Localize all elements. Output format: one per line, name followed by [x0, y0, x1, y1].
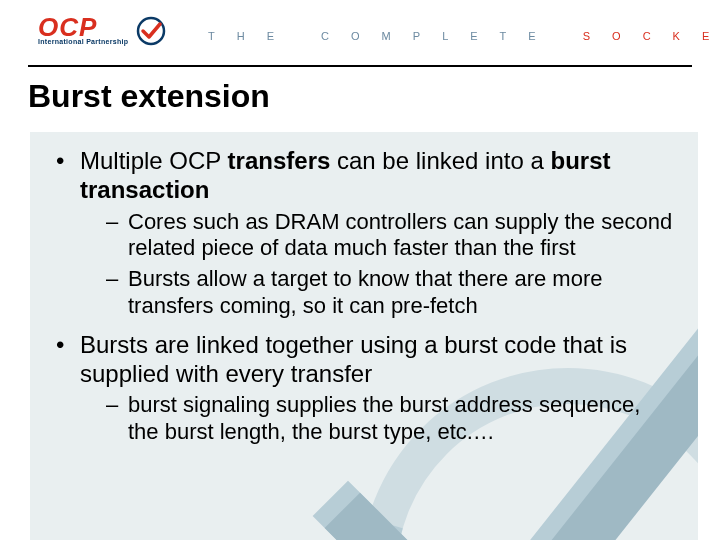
- text: Multiple OCP: [80, 147, 228, 174]
- logo-text: OCP: [38, 14, 128, 40]
- sub-bullet-list: Cores such as DRAM controllers can suppl…: [80, 209, 674, 320]
- slide-title: Burst extension: [28, 78, 270, 115]
- bullet-list: Multiple OCP transfers can be linked int…: [30, 132, 698, 446]
- logo-mark-icon: [136, 16, 166, 46]
- header-rule: [28, 65, 692, 67]
- logo-subtitle: International Partnership: [38, 38, 128, 45]
- sub-bullet: burst signaling supplies the burst addre…: [106, 392, 674, 446]
- tagline: THE COMPLETE SOCKET: [208, 30, 720, 42]
- bullet-1: Multiple OCP transfers can be linked int…: [56, 146, 674, 320]
- slide-body: Multiple OCP transfers can be linked int…: [30, 132, 698, 540]
- logo: OCP International Partnership: [38, 14, 166, 46]
- bullet-2: Bursts are linked together using a burst…: [56, 330, 674, 446]
- sub-bullet-list: burst signaling supplies the burst addre…: [80, 392, 674, 446]
- text: can be linked into a: [330, 147, 550, 174]
- sub-bullet: Bursts allow a target to know that there…: [106, 266, 674, 320]
- sub-bullet: Cores such as DRAM controllers can suppl…: [106, 209, 674, 263]
- text-bold: transfers: [228, 147, 331, 174]
- text: Bursts are linked together using a burst…: [80, 331, 627, 387]
- header: OCP International Partnership THE COMPLE…: [0, 0, 720, 62]
